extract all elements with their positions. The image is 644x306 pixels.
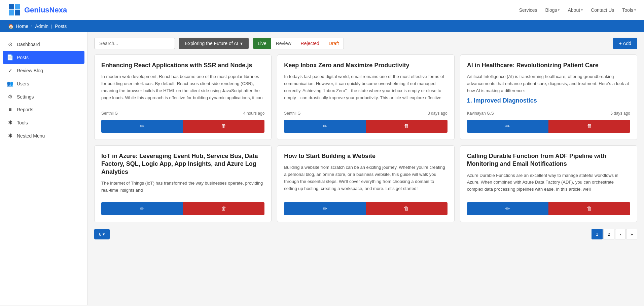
card-actions-1: ✏ 🗑 xyxy=(101,120,264,133)
card-footer-2: Senthil G 3 days ago xyxy=(284,111,447,116)
delete-button-5[interactable]: 🗑 xyxy=(366,202,448,215)
card-time-3: 5 days ago xyxy=(610,111,630,116)
svg-rect-1 xyxy=(15,4,20,9)
card-title-6: Calling Durable Function from ADF Pipeli… xyxy=(467,152,630,168)
edit-button-2[interactable]: ✏ xyxy=(284,120,366,133)
card-title-5: How to Start Building a Website xyxy=(284,152,447,160)
nav-about[interactable]: About ▾ xyxy=(568,7,583,13)
edit-button-1[interactable]: ✏ xyxy=(101,120,183,133)
card-body-1: In modern web development, React has bec… xyxy=(101,73,264,107)
tools-icon: ✱ xyxy=(7,119,13,126)
card-actions-4: ✏ 🗑 xyxy=(101,202,264,215)
dashboard-icon: ⊙ xyxy=(7,41,13,47)
logo-text: GeniusNexa xyxy=(24,6,67,14)
top-nav: GeniusNexa Services Blogs ▾ About ▾ Cont… xyxy=(0,0,644,20)
card-author-3: Kavinayan G.S xyxy=(467,111,494,116)
card-author-2: Senthil G xyxy=(284,111,300,116)
sidebar-item-reports[interactable]: ≡ Reports xyxy=(0,103,87,116)
svg-rect-0 xyxy=(9,4,14,9)
card-actions-5: ✏ 🗑 xyxy=(284,202,447,215)
delete-button-6[interactable]: 🗑 xyxy=(548,202,630,215)
sidebar-item-users[interactable]: 👥 Users xyxy=(0,77,87,90)
users-icon: 👥 xyxy=(7,80,13,87)
card-title-1: Enhancing React Applications with SSR an… xyxy=(101,62,264,69)
card-body-5: Building a website from scratch can be a… xyxy=(284,164,447,194)
logo-icon xyxy=(8,3,22,17)
add-post-button[interactable]: + Add xyxy=(613,38,637,49)
sidebar-item-posts[interactable]: 📄 Posts xyxy=(3,51,84,64)
sidebar: ⊙ Dashboard 📄 Posts ✓ Review Blog 👥 User… xyxy=(0,32,87,305)
card-actions-6: ✏ 🗑 xyxy=(467,202,630,215)
per-page-arrow: ▾ xyxy=(103,232,105,237)
cards-grid: Enhancing React Applications with SSR an… xyxy=(94,54,637,222)
nav-blogs[interactable]: Blogs ▾ xyxy=(545,7,560,13)
sidebar-item-dashboard[interactable]: ⊙ Dashboard xyxy=(0,38,87,51)
card-time-1: 4 hours ago xyxy=(243,111,264,116)
toolbar: Exploring the Future of AI ▾ Live Review… xyxy=(94,38,637,49)
breadcrumb-bar: 🏠 Home › Admin | Posts xyxy=(0,20,644,32)
breadcrumb-sep-2: | xyxy=(51,24,52,29)
post-card-2: Keep Inbox Zero and Maximize Productivit… xyxy=(277,54,454,140)
per-page-button[interactable]: 6 ▾ xyxy=(94,229,110,239)
card-body-2: In today's fast-paced digital world, ema… xyxy=(284,73,447,107)
logo-area: GeniusNexa xyxy=(8,3,519,17)
delete-button-1[interactable]: 🗑 xyxy=(183,120,265,133)
card-title-4: IoT in Azure: Leveraging Event Hub, Serv… xyxy=(101,152,264,176)
post-card-6: Calling Durable Function from ADF Pipeli… xyxy=(460,145,637,222)
reports-icon: ≡ xyxy=(7,107,13,113)
pagination: 1 2 › » xyxy=(592,229,637,239)
edit-button-5[interactable]: ✏ xyxy=(284,202,366,215)
main-content: Exploring the Future of AI ▾ Live Review… xyxy=(87,32,644,305)
card-actions-2: ✏ 🗑 xyxy=(284,120,447,133)
layout: ⊙ Dashboard 📄 Posts ✓ Review Blog 👥 User… xyxy=(0,32,644,305)
post-card-5: How to Start Building a Website Building… xyxy=(277,145,454,222)
post-card-4: IoT in Azure: Leveraging Event Hub, Serv… xyxy=(94,145,272,222)
last-page-button[interactable]: » xyxy=(626,229,637,239)
posts-icon: 📄 xyxy=(7,54,13,61)
status-tabs: Live Review Rejected Draft xyxy=(253,38,344,49)
post-card-3: AI in Healthcare: Revolutionizing Patien… xyxy=(460,54,637,140)
tab-review[interactable]: Review xyxy=(271,38,296,49)
sidebar-item-tools[interactable]: ✱ Tools xyxy=(0,116,87,129)
card-actions-3: ✏ 🗑 xyxy=(467,120,630,133)
bottom-bar: 6 ▾ 1 2 › » xyxy=(94,229,637,239)
card-title-3: AI in Healthcare: Revolutionizing Patien… xyxy=(467,62,630,69)
delete-button-2[interactable]: 🗑 xyxy=(366,120,448,133)
breadcrumb-home[interactable]: 🏠 Home xyxy=(8,24,28,29)
edit-button-4[interactable]: ✏ xyxy=(101,202,183,215)
card-highlight-3: 1. Improved Diagnostics xyxy=(467,97,630,104)
edit-button-3[interactable]: ✏ xyxy=(467,120,549,133)
filter-dropdown-button[interactable]: Exploring the Future of AI ▾ xyxy=(179,38,249,49)
next-page-button[interactable]: › xyxy=(615,229,625,239)
card-time-2: 3 days ago xyxy=(428,111,448,116)
review-icon: ✓ xyxy=(7,67,13,74)
breadcrumb-sep-1: › xyxy=(31,24,32,29)
svg-rect-2 xyxy=(9,10,14,15)
card-body-4: The Internet of Things (IoT) has transfo… xyxy=(101,180,264,194)
nav-contact[interactable]: Contact Us xyxy=(591,7,614,13)
nav-tools[interactable]: Tools ▾ xyxy=(622,7,636,13)
breadcrumb-current: Posts xyxy=(55,24,67,29)
delete-button-3[interactable]: 🗑 xyxy=(548,120,630,133)
card-footer-3: Kavinayan G.S 5 days ago xyxy=(467,111,630,116)
search-input[interactable] xyxy=(94,38,175,49)
settings-icon: ⚙ xyxy=(7,93,13,100)
tab-rejected[interactable]: Rejected xyxy=(296,38,324,49)
sidebar-item-settings[interactable]: ⚙ Settings xyxy=(0,90,87,103)
post-card-1: Enhancing React Applications with SSR an… xyxy=(94,54,272,140)
page-2-button[interactable]: 2 xyxy=(603,229,614,239)
sidebar-item-review-blog[interactable]: ✓ Review Blog xyxy=(0,64,87,77)
tab-live[interactable]: Live xyxy=(253,38,271,49)
tab-draft[interactable]: Draft xyxy=(324,38,344,49)
svg-rect-3 xyxy=(15,10,20,15)
card-body-3: Artificial Intelligence (AI) is transfor… xyxy=(467,73,630,94)
delete-button-4[interactable]: 🗑 xyxy=(183,202,265,215)
edit-button-6[interactable]: ✏ xyxy=(467,202,549,215)
breadcrumb-admin[interactable]: Admin xyxy=(35,24,48,29)
nav-services[interactable]: Services xyxy=(519,7,537,13)
sidebar-item-nested-menu[interactable]: ✱ Nested Menu xyxy=(0,129,87,142)
card-author-1: Senthil G xyxy=(101,111,118,116)
filter-dropdown-arrow: ▾ xyxy=(240,41,243,46)
top-nav-links: Services Blogs ▾ About ▾ Contact Us Tool… xyxy=(519,7,636,13)
page-1-button[interactable]: 1 xyxy=(592,229,603,239)
